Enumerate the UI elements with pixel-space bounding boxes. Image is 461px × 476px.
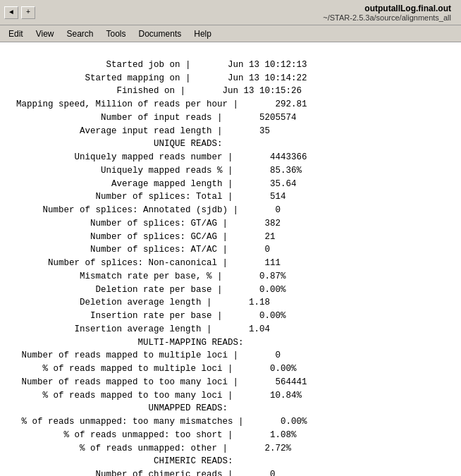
log-line: Number of splices: Non-canonical | 111 [0,257,461,270]
log-line: Uniquely mapped reads % | 85.36% [0,164,461,178]
back-button[interactable]: ◄ [4,6,18,19]
log-line: Deletion rate per base | 0.00% [0,283,461,297]
log-line: % of reads mapped to multiple loci | 0.0… [0,362,461,376]
log-line: Started job on | Jun 13 10:12:13 [0,59,461,72]
title-bar-text: outputallLog.final.out ~/STAR-2.5.3a/sou… [35,4,457,22]
log-line: Number of reads mapped to too many loci … [0,376,461,389]
menu-bar: Edit View Search Tools Documents Help [0,25,461,42]
log-line: Number of reads mapped to multiple loci … [0,349,461,362]
log-line: Deletion average length | 1.18 [0,296,461,310]
log-line: Number of splices: Total | 514 [0,190,461,204]
log-line: Mismatch rate per base, % | 0.87% [0,270,461,283]
log-line: % of reads unmapped: other | 2.72% [0,442,461,456]
log-line: CHIMERIC READS: [0,455,461,468]
title-bar: ◄ + outputallLog.final.out ~/STAR-2.5.3a… [0,0,461,25]
log-line: Mapping speed, Million of reads per hour… [0,98,461,111]
log-line: UNMAPPED READS: [0,402,461,415]
menu-documents[interactable]: Documents [133,28,188,40]
new-button[interactable]: + [21,6,35,19]
log-line: Number of chimeric reads | 0 [0,468,461,476]
log-line: Number of splices: GT/AG | 382 [0,217,461,231]
log-line: Number of splices: GC/AG | 21 [0,231,461,244]
log-line: Started mapping on | Jun 13 10:14:22 [0,72,461,85]
log-line: Number of input reads | 5205574 [0,111,461,125]
log-line: Finished on | Jun 13 10:15:26 [0,85,461,98]
log-content: Started job on | Jun 13 10:12:13 Started… [0,42,461,476]
log-line: % of reads unmapped: too short | 1.08% [0,429,461,442]
menu-edit[interactable]: Edit [3,28,29,40]
log-line: MULTI-MAPPING READS: [0,336,461,350]
log-line: % of reads mapped to too many loci | 10.… [0,389,461,403]
log-line: Average input read length | 35 [0,125,461,138]
menu-search[interactable]: Search [61,28,99,40]
filepath-label: ~/STAR-2.5.3a/source/alignments_all [35,13,451,22]
menu-view[interactable]: View [30,28,60,40]
menu-help[interactable]: Help [188,28,217,40]
log-line: Insertion average length | 1.04 [0,323,461,336]
log-line: Average mapped length | 35.64 [0,178,461,191]
log-line: % of reads unmapped: too many mismatches… [0,415,461,429]
menu-tools[interactable]: Tools [101,28,132,40]
filename-label: outputallLog.final.out [35,4,451,13]
title-bar-buttons[interactable]: ◄ + [4,6,35,19]
log-line: Number of splices: Annotated (sjdb) | 0 [0,204,461,217]
log-line: Number of splices: AT/AC | 0 [0,243,461,257]
log-line: Uniquely mapped reads number | 4443366 [0,151,461,164]
log-line: UNIQUE READS: [0,138,461,151]
log-line: Insertion rate per base | 0.00% [0,310,461,323]
